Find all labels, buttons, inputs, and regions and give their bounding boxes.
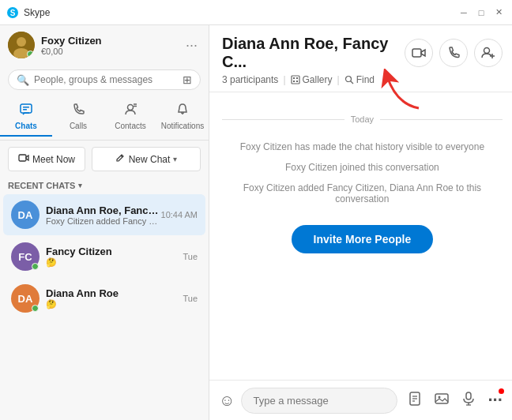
tab-chats[interactable]: Chats [0,98,52,137]
profile-balance: €0,00 [41,47,183,56]
chat-preview-1: Foxy Citizen added Fancy Citi... [46,216,161,226]
audio-button[interactable] [457,388,480,414]
attach-file-button[interactable] [404,388,426,414]
input-actions: ··· [404,387,505,414]
gallery-icon [291,75,300,84]
find-link[interactable]: Find [344,74,375,85]
date-divider: Today [222,114,503,124]
tab-contacts[interactable]: Contacts [104,98,156,137]
chat-header-top: Diana Ann Roe, Fancy C... [222,35,503,71]
svg-line-25 [350,81,353,84]
status-dot-3 [32,305,39,312]
chats-icon [19,103,33,120]
profile-info: Foxy Citizen €0,00 [41,35,183,56]
svg-point-24 [345,77,351,82]
meet-now-button[interactable]: Meet Now [8,147,85,171]
new-chat-button[interactable]: New Chat ▾ [92,147,201,171]
audio-call-button[interactable] [439,39,468,67]
avatar-initials-1: DA [18,209,33,221]
gallery-link[interactable]: Gallery [291,74,333,85]
tab-calls[interactable]: Calls [52,98,104,137]
divider-line-right [380,119,503,120]
header-actions [405,39,503,67]
chat-name-2: Fancy Citizen [46,246,183,257]
svg-rect-19 [292,76,299,84]
chat-info-3: Diana Ann Roe 🤔 [46,287,183,309]
separator-1: | [283,74,285,85]
media-button[interactable] [431,388,453,414]
chat-avatar-2: FC [11,242,40,271]
image-icon [434,391,450,407]
chat-info-2: Fancy Citizen 🤔 [46,246,183,268]
chat-preview-2: 🤔 [46,257,183,268]
action-buttons: Meet Now New Chat ▾ [0,141,209,178]
chat-item-3[interactable]: DA Diana Ann Roe 🤔 Tue [3,278,205,319]
sidebar: Foxy Citizen €0,00 ··· 🔍 ⊞ [0,25,209,420]
maximize-button[interactable]: □ [474,6,488,20]
add-person-icon [481,46,495,60]
chat-name-1: Diana Ann Roe, Fancy Citizen [46,204,161,216]
search-input[interactable] [34,74,173,85]
chat-header: Diana Ann Roe, Fancy C... [209,25,512,92]
messages-area: Today Foxy Citizen has made the chat his… [209,92,512,380]
system-message-1: Foxy Citizen has made the chat history v… [222,140,503,154]
svg-point-16 [484,48,489,54]
gallery-label: Gallery [303,74,333,85]
edit-icon [115,153,126,166]
recent-chats-header: RECENT CHATS ▾ [0,178,209,193]
chat-info-1: Diana Ann Roe, Fancy Citizen Foxy Citize… [46,204,161,226]
chat-name-3: Diana Ann Roe [46,287,183,299]
chat-meta: 3 participants | Gallery | [222,74,503,85]
add-person-button[interactable] [474,39,503,67]
emoji-button[interactable]: ☺ [219,392,235,410]
invite-more-people-button[interactable]: Invite More People [292,225,434,253]
chat-item-2[interactable]: FC Fancy Citizen 🤔 Tue [3,236,205,277]
profile-name: Foxy Citizen [41,35,183,47]
video-call-button[interactable] [405,39,433,67]
date-label: Today [351,114,374,124]
minimize-button[interactable]: ─ [457,6,471,20]
grid-icon[interactable]: ⊞ [183,73,192,86]
more-options-button[interactable]: ··· [484,387,505,414]
status-dot-2 [32,263,39,270]
svg-point-31 [439,396,441,398]
chevron-down-icon[interactable]: ▾ [173,155,177,163]
chat-main: Diana Ann Roe, Fancy C... [209,25,512,420]
svg-rect-32 [466,392,471,399]
profile-avatar[interactable] [8,32,35,58]
svg-rect-6 [23,107,29,108]
system-message-3: Foxy Citizen added Fancy Citizen, Diana … [222,181,503,206]
chat-preview-3: 🤔 [46,299,183,309]
svg-rect-23 [296,81,298,82]
calls-icon [71,103,85,120]
attach-icon [407,391,423,407]
input-area: ☺ [209,380,512,420]
svg-point-3 [17,37,26,47]
chat-avatar-1: DA [11,201,40,229]
nav-tabs: Chats Calls [0,95,209,141]
tab-notifications[interactable]: Notifications [156,98,209,137]
find-icon [344,75,354,84]
search-area: 🔍 ⊞ [0,65,209,95]
chat-title: Diana Ann Roe, Fancy C... [222,35,405,71]
microphone-icon [461,391,476,407]
chat-time-1: 10:44 AM [161,210,198,219]
profile-more-button[interactable]: ··· [183,34,201,57]
participants-count: 3 participants [222,74,278,85]
chat-item-1[interactable]: DA Diana Ann Roe, Fancy Citizen Foxy Cit… [3,194,205,235]
svg-point-8 [128,105,134,111]
recent-chats-label: RECENT CHATS [8,181,75,190]
close-button[interactable]: ✕ [491,6,506,20]
search-box: 🔍 ⊞ [8,69,201,90]
notifications-icon [175,103,190,120]
tab-chats-label: Chats [15,122,37,130]
chat-avatar-3: DA [11,284,40,313]
message-input[interactable] [241,388,397,414]
divider-line-left [222,119,344,120]
chevron-down-icon: ▾ [78,182,82,189]
meet-now-label: Meet Now [32,154,75,165]
avatar-initials-3: DA [18,293,33,305]
svg-rect-15 [412,49,421,57]
chat-list: DA Diana Ann Roe, Fancy Citizen Foxy Cit… [0,193,209,420]
app-title: Skype [24,7,457,18]
